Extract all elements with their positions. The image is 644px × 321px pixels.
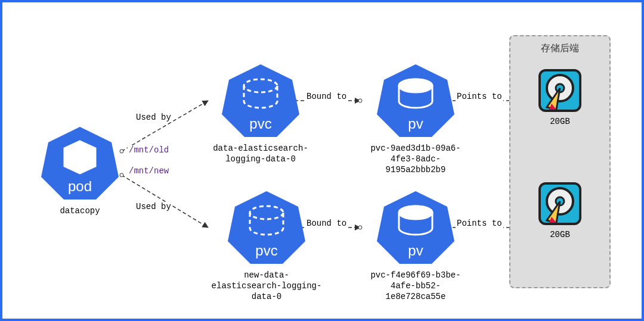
- storage-title: 存储后端: [541, 42, 579, 55]
- disk-size-1: 20GB: [550, 117, 570, 126]
- disk-icon: [536, 180, 584, 227]
- pvc-name-2: new-data-elasticsearch-logging-data-0: [210, 270, 323, 303]
- pvc-name-1: data-elasticsearch-logging-data-0: [210, 143, 311, 164]
- pv-name-2: pvc-f4e96f69-b3be-4afe-bb52-1e8e728ca55e: [362, 270, 469, 303]
- pod-heptagon: pod: [38, 124, 122, 202]
- edge-used-by-1: Used by: [135, 113, 172, 122]
- edge-mount-old: /mnt/old: [128, 145, 170, 155]
- edge-used-by-2: Used by: [135, 202, 172, 211]
- disk-1: 20GB: [536, 67, 584, 126]
- pv-node-2: pv pvc-f4e96f69-b3be-4afe-bb52-1e8e728ca…: [362, 189, 469, 303]
- pvc-node-2: pvc new-data-elasticsearch-logging-data-…: [210, 189, 323, 303]
- pod-name: datacopy: [60, 205, 100, 216]
- storage-backend-panel: 存储后端 20GB 20GB: [509, 35, 611, 288]
- pv-kind-1: pv: [408, 116, 423, 132]
- disk-icon: [536, 67, 584, 114]
- pod-node: pod datacopy: [38, 124, 122, 216]
- svg-line-0: [122, 101, 208, 151]
- disk-size-2: 20GB: [550, 230, 570, 239]
- disk-2: 20GB: [536, 180, 584, 239]
- edge-mount-new: /mnt/new: [128, 166, 170, 176]
- pv-kind-2: pv: [408, 242, 423, 259]
- pvc-kind-1: pvc: [249, 116, 271, 132]
- svg-point-23: [399, 79, 432, 92]
- edge-bound-to-1: Bound to: [305, 92, 348, 101]
- pvc-kind-2: pvc: [255, 242, 277, 259]
- pvc-node-1: pvc data-elasticsearch-logging-data-0: [210, 62, 311, 164]
- pv-name-1: pvc-9aed3d1b-09a6-4fe3-8adc-9195a2bbb2b9: [362, 143, 469, 176]
- svg-point-25: [399, 206, 432, 219]
- pv-node-1: pv pvc-9aed3d1b-09a6-4fe3-8adc-9195a2bbb…: [362, 62, 469, 176]
- svg-line-2: [122, 175, 208, 227]
- pod-kind: pod: [68, 178, 92, 195]
